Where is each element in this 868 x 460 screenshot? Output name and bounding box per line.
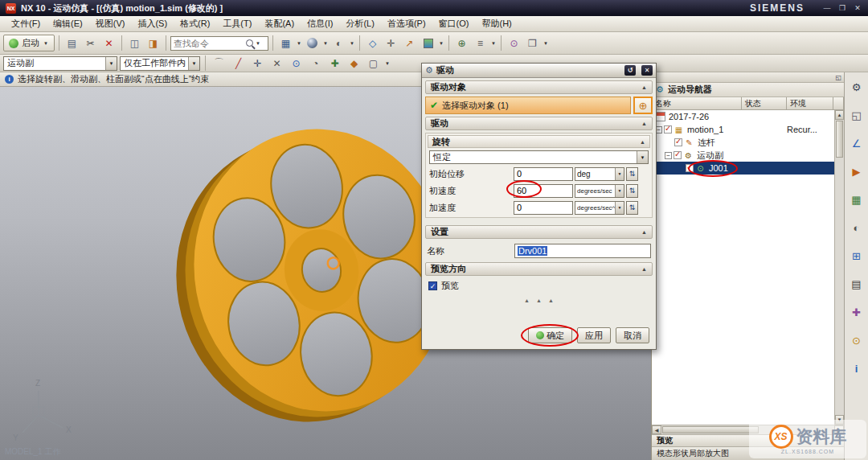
joint-type-filter[interactable]: 运动副 xyxy=(3,56,117,71)
acceleration-input[interactable] xyxy=(514,201,573,215)
menu-analysis[interactable]: 分析(L) xyxy=(339,16,380,31)
chevron-down-icon[interactable] xyxy=(615,202,624,214)
scrollbar-thumb[interactable] xyxy=(836,121,843,158)
snap-intersection-icon[interactable] xyxy=(268,55,285,72)
vector-icon[interactable] xyxy=(401,35,418,51)
drive-section-header[interactable]: 驱动 xyxy=(425,117,653,130)
menu-tools[interactable]: 工具(T) xyxy=(216,16,258,31)
chevron-down-icon[interactable] xyxy=(105,57,117,70)
initial-velocity-input[interactable] xyxy=(514,184,573,198)
window-layout-icon[interactable] xyxy=(277,35,294,51)
menu-help[interactable]: 帮助(H) xyxy=(475,16,518,31)
value-spinner[interactable] xyxy=(626,184,638,198)
checkbox[interactable] xyxy=(674,151,682,159)
window-cascade-icon[interactable] xyxy=(524,35,541,51)
snap-view-icon[interactable] xyxy=(506,35,522,51)
command-finder-input[interactable] xyxy=(174,39,244,48)
minimize-button[interactable] xyxy=(822,4,832,12)
object-color-icon[interactable] xyxy=(420,35,436,51)
show-hide-icon[interactable] xyxy=(472,35,489,51)
preview-checkbox[interactable] xyxy=(428,281,437,290)
gear-icon[interactable] xyxy=(848,79,865,96)
chevron-down-icon[interactable] xyxy=(296,41,302,46)
chart-icon[interactable] xyxy=(848,248,865,265)
snap-point-on-surface-icon[interactable] xyxy=(346,55,362,72)
dialog-collapse-dots[interactable] xyxy=(422,298,656,303)
menu-information[interactable]: 信息(I) xyxy=(301,16,339,31)
chevron-down-icon[interactable] xyxy=(438,41,444,46)
dialog-title-bar[interactable]: 驱动 xyxy=(422,64,656,78)
snap-existing-point-icon[interactable] xyxy=(326,55,343,72)
drive-dialog[interactable]: 驱动 驱动对象 选择驱动对象 (1) 驱动 旋转 恒定 xyxy=(421,63,657,350)
chevron-down-icon[interactable] xyxy=(490,41,497,46)
dialog-close-button[interactable] xyxy=(641,65,653,76)
settings-section-header[interactable]: 设置 xyxy=(425,225,653,239)
datum-plane-icon[interactable] xyxy=(364,35,381,51)
chevron-down-icon[interactable] xyxy=(615,185,624,197)
snap-endpoint-icon[interactable] xyxy=(230,55,247,72)
rotation-subsection-header[interactable]: 旋转 xyxy=(428,135,650,148)
menu-assemblies[interactable]: 装配(A) xyxy=(258,16,301,31)
chevron-down-icon[interactable] xyxy=(322,41,329,46)
value-spinner[interactable] xyxy=(626,201,638,215)
rendering-style-icon[interactable] xyxy=(304,35,321,51)
collapse-icon[interactable] xyxy=(641,84,647,90)
collapse-icon[interactable] xyxy=(641,266,647,272)
scroll-up-icon[interactable] xyxy=(835,110,844,120)
section-icon[interactable] xyxy=(848,220,865,236)
tree-row-motion[interactable]: motion_1 Recur... xyxy=(652,123,844,136)
chevron-down-icon[interactable] xyxy=(542,41,549,46)
menu-insert[interactable]: 插入(S) xyxy=(131,16,174,31)
initial-displacement-unit-dropdown[interactable]: deg xyxy=(575,167,624,181)
command-finder[interactable] xyxy=(170,36,268,51)
film-icon[interactable] xyxy=(848,276,865,293)
maximize-panel-icon[interactable] xyxy=(848,107,865,124)
drive-object-section-header[interactable]: 驱动对象 xyxy=(425,80,653,94)
snap-arc-center-icon[interactable] xyxy=(288,55,305,72)
initial-velocity-unit-dropdown[interactable]: degrees/sec xyxy=(575,184,624,198)
ok-button[interactable]: 确定 xyxy=(528,327,572,343)
tree-row-j001[interactable]: J001 xyxy=(652,162,844,175)
close-button[interactable] xyxy=(853,4,862,12)
chevron-down-icon[interactable] xyxy=(255,41,261,46)
measure-icon[interactable] xyxy=(848,304,865,321)
chevron-down-icon[interactable] xyxy=(637,151,648,163)
select-drive-object-row[interactable]: 选择驱动对象 (1) xyxy=(425,97,631,114)
preview-direction-section-header[interactable]: 预览方向 xyxy=(425,262,653,276)
selection-scope-filter[interactable]: 仅在工作部件内 xyxy=(120,56,200,71)
checkbox[interactable] xyxy=(664,125,672,133)
edit-object-display-icon[interactable] xyxy=(145,35,162,51)
search-icon[interactable] xyxy=(246,39,253,47)
expander-icon[interactable] xyxy=(665,152,672,159)
chevron-down-icon[interactable] xyxy=(349,41,355,46)
snap-bounded-grid-icon[interactable] xyxy=(365,55,382,72)
chevron-down-icon[interactable] xyxy=(615,168,624,180)
cut-icon[interactable] xyxy=(82,35,99,51)
tree-row-joints[interactable]: 运动副 xyxy=(652,149,844,162)
spreadsheet-icon[interactable] xyxy=(848,191,865,208)
delete-icon[interactable] xyxy=(100,35,117,51)
xy-graph-icon[interactable] xyxy=(848,135,865,152)
point-selector-button[interactable] xyxy=(633,97,653,114)
start-button[interactable]: 启动 xyxy=(3,35,55,51)
collapse-icon[interactable] xyxy=(640,139,645,145)
column-environment[interactable]: 环境 xyxy=(787,97,833,110)
menu-format[interactable]: 格式(R) xyxy=(174,16,216,31)
menu-edit[interactable]: 编辑(E) xyxy=(47,16,89,31)
save-icon[interactable] xyxy=(63,35,80,51)
checkbox[interactable] xyxy=(674,138,682,146)
chevron-down-icon[interactable] xyxy=(43,41,49,46)
collapse-icon[interactable] xyxy=(641,229,647,235)
name-input[interactable]: Drv001 xyxy=(514,244,651,258)
dialog-reset-button[interactable] xyxy=(624,65,636,76)
restore-button[interactable] xyxy=(837,4,847,12)
point-icon[interactable] xyxy=(383,35,399,51)
snap-point-on-curve-icon[interactable] xyxy=(211,55,227,72)
move-object-icon[interactable] xyxy=(453,35,470,51)
tree-row-links[interactable]: 连杆 xyxy=(652,136,844,149)
initial-displacement-input[interactable] xyxy=(514,167,573,181)
profile-type-dropdown[interactable]: 恒定 xyxy=(429,150,649,164)
menu-window[interactable]: 窗口(O) xyxy=(432,16,476,31)
chevron-down-icon[interactable] xyxy=(384,61,391,66)
value-spinner[interactable] xyxy=(626,167,638,181)
